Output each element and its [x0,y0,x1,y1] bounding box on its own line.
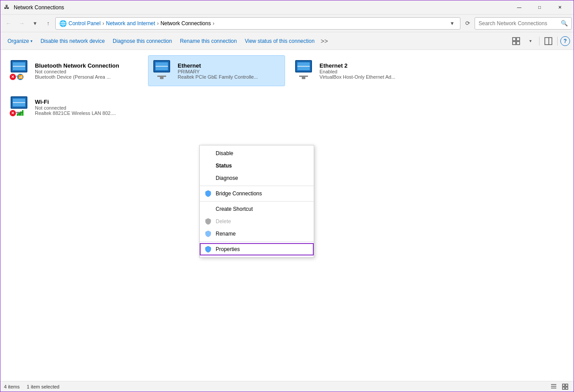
window-icon: 🖧 [4,4,11,11]
ethernet2-computer-icon [294,60,313,80]
search-input[interactable] [479,20,559,27]
content-area: ✕ 📶 Bluetooth Network Connection Not con… [0,50,574,381]
status-grid-view[interactable] [560,382,570,391]
search-icon: 🔍 [561,20,568,27]
status-list-view[interactable] [549,382,559,391]
context-menu-status[interactable]: Status [200,160,314,172]
forward-button[interactable]: → [15,17,28,30]
sep2: › [157,20,159,27]
ethernet-name: Ethernet [178,62,281,69]
context-menu-delete[interactable]: Delete [200,215,314,228]
wifi-icon-wrapper: ✕ [9,96,30,118]
svg-rect-9 [563,384,565,386]
search-box: 🔍 [475,17,572,30]
recent-locations-button[interactable]: ▾ [29,17,41,30]
svg-rect-1 [517,38,520,41]
svg-rect-10 [566,384,568,386]
rename-shield-icon [204,230,212,238]
minimize-button[interactable]: — [509,0,529,15]
bluetooth-adapter: Bluetooth Device (Personal Area ... [35,74,139,80]
context-menu-sep2 [200,201,314,202]
network-item-ethernet2[interactable]: Ethernet 2 Enabled VirtualBox Host-Only … [290,55,427,86]
svg-rect-2 [513,42,516,45]
properties-shield-icon [204,245,212,253]
ethernet2-icon-wrapper [294,60,315,81]
window-title: Network Connections [14,4,509,11]
network-item-ethernet[interactable]: Ethernet PRIMARY Realtek PCIe GbE Family… [148,55,285,86]
network-item-bluetooth[interactable]: ✕ 📶 Bluetooth Network Connection Not con… [6,55,143,86]
context-menu-disable[interactable]: Disable [200,147,314,160]
organize-button[interactable]: Organize ▾ [4,35,36,47]
breadcrumb-network-internet[interactable]: Network and Internet [106,20,155,27]
title-bar: 🖧 Network Connections — □ ✕ [0,0,574,15]
close-button[interactable]: ✕ [550,0,570,15]
ethernet2-status: Enabled [319,69,424,74]
bluetooth-info: Bluetooth Network Connection Not connect… [35,62,139,80]
svg-rect-3 [517,42,520,45]
bluetooth-x-badge: ✕ [9,73,16,80]
organize-dropdown-icon: ▾ [30,39,33,43]
toolbar-divider-1 [539,37,540,46]
context-menu-rename[interactable]: Rename [200,228,314,240]
ethernet2-adapter: VirtualBox Host-Only Ethernet Ad... [319,74,424,80]
ethernet-computer-icon [152,60,171,80]
wifi-name: Wi-Fi [35,99,139,105]
sep3: › [213,20,214,27]
wifi-info: Wi-Fi Not connected Realtek 8821CE Wirel… [35,99,139,116]
ethernet-primary: PRIMARY [178,69,281,74]
status-selected-count: 1 item selected [27,384,59,389]
status-bar-right [549,382,570,391]
ethernet-info: Ethernet PRIMARY Realtek PCIe GbE Family… [178,62,281,80]
breadcrumb: Control Panel › Network and Internet › N… [68,20,446,27]
more-toolbar-button[interactable]: >> [319,35,330,47]
svg-rect-4 [545,38,552,45]
context-menu-sep1 [200,186,314,186]
toolbar-divider-2 [557,37,558,46]
context-menu-bridge[interactable]: Bridge Connections [200,187,314,200]
status-items-count: 4 items [4,384,19,389]
breadcrumb-network-connections: Network Connections [160,20,211,27]
view-status-button[interactable]: View status of this connection [241,35,318,47]
context-menu-shortcut[interactable]: Create Shortcut [200,203,314,215]
breadcrumb-icon: 🌐 [59,20,67,27]
bluetooth-icon-wrapper: ✕ 📶 [9,60,30,81]
ethernet-adapter: Realtek PCIe GbE Family Controlle... [178,74,281,80]
breadcrumb-control-panel[interactable]: Control Panel [68,20,101,27]
title-bar-controls: — □ ✕ [509,0,570,15]
wifi-status: Not connected [35,105,139,110]
toolbar-right: ▾ ? [510,35,570,47]
maximize-button[interactable]: □ [529,0,550,15]
svg-rect-12 [566,387,568,389]
address-dropdown-button[interactable]: ▾ [448,18,456,29]
svg-rect-0 [513,38,516,41]
network-item-wifi[interactable]: ✕ Wi-Fi Not connected Realtek 8821CE Wir… [6,91,143,122]
up-button[interactable]: ↑ [42,17,54,30]
wifi-signal-badge [17,110,25,116]
wifi-x-badge: ✕ [9,110,16,117]
delete-shield-icon [204,217,212,225]
bluetooth-badge: 📶 [17,73,24,80]
diagnose-connection-button[interactable]: Diagnose this connection [109,35,175,47]
context-menu: Disable Status Diagnose [199,145,314,258]
context-menu-sep3 [200,241,314,242]
ethernet-icon-wrapper [152,60,173,81]
refresh-button[interactable]: ⟳ [461,17,474,30]
svg-rect-11 [563,387,565,389]
help-button[interactable]: ? [560,36,570,46]
bluetooth-status: Not connected [35,69,139,74]
bridge-shield-icon [204,190,212,198]
context-menu-diagnose[interactable]: Diagnose [200,172,314,184]
toolbar: Organize ▾ Disable this network device D… [0,32,574,50]
context-menu-properties[interactable]: Properties [200,243,314,255]
change-view-button[interactable] [510,35,522,47]
view-dropdown-button[interactable]: ▾ [524,35,536,47]
disable-device-button[interactable]: Disable this network device [37,35,108,47]
back-button[interactable]: ← [2,17,15,30]
status-bar: 4 items 1 item selected [0,381,574,392]
rename-connection-button[interactable]: Rename this connection [176,35,240,47]
preview-pane-button[interactable] [542,35,555,47]
address-bar: 🌐 Control Panel › Network and Internet ›… [55,17,460,30]
network-connections-window: 🖧 Network Connections — □ ✕ ← → ▾ ↑ 🌐 Co… [0,0,574,392]
wifi-adapter: Realtek 8821CE Wireless LAN 802.... [35,110,139,116]
bluetooth-name: Bluetooth Network Connection [35,62,139,69]
